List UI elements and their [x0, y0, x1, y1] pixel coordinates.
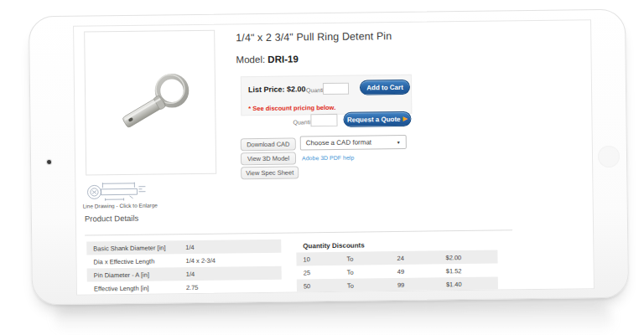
home-button[interactable] [598, 146, 620, 168]
discount-connector: To [347, 268, 397, 276]
spec-label: Dia x Effective Length [86, 257, 185, 265]
model-line: Model: DRI-19 [236, 54, 298, 64]
cad-format-selected-value: Choose a CAD format [306, 138, 371, 147]
front-camera-icon [47, 160, 51, 164]
discount-price: $1.52 [446, 266, 498, 275]
model-label: Model: [236, 54, 265, 64]
line-drawing-icon [83, 180, 148, 203]
model-number: DRI-19 [267, 54, 299, 64]
buy-box: List Price: $2.00 Quantity Add to Cart *… [241, 75, 413, 116]
request-quote-button[interactable]: Request a Quote ▶ [343, 111, 411, 127]
spec-value: 1/4 x 2-3/4 [185, 255, 281, 264]
discount-min: 25 [297, 268, 347, 276]
discount-max: 49 [397, 267, 446, 276]
tablet-reflection [55, 305, 612, 333]
discount-price: $2.00 [445, 253, 497, 261]
quote-quantity-input[interactable] [310, 114, 337, 126]
cad-format-select[interactable]: Choose a CAD format ▼ [300, 135, 407, 151]
spec-table: Basic Shank Diameter [in] 1/4 Dia x Effe… [86, 240, 282, 296]
quantity-discounts-table: Quantity Discounts 10 To 24 $2.00 25 To … [296, 237, 498, 293]
tablet-device: 1/4" x 2 3/4" Pull Ring Detent Pin Model… [29, 9, 629, 306]
view-3d-model-button[interactable]: View 3D Model [241, 152, 296, 165]
discount-pricing-note: * See discount pricing below. [248, 104, 335, 112]
spec-value: 1/4 [186, 269, 282, 277]
cart-quantity-input[interactable] [323, 83, 349, 95]
spec-value: 2.75 [186, 282, 282, 291]
product-details-heading: Product Details [85, 214, 139, 224]
spec-value: 1/4 [185, 242, 281, 250]
chevron-down-icon: ▼ [397, 139, 401, 144]
adobe-3d-pdf-help-link[interactable]: Adobe 3D PDF help [302, 155, 354, 162]
discount-price: $1.40 [446, 280, 498, 288]
discount-connector: To [346, 255, 397, 263]
view-spec-sheet-button[interactable]: View Spec Sheet [241, 166, 299, 179]
spec-label: Basic Shank Diameter [in] [86, 244, 185, 252]
discount-max: 99 [397, 281, 446, 289]
spec-label: Pin Diameter - A [in] [87, 271, 186, 279]
table-row: Effective Length [in] 2.75 [87, 280, 282, 296]
product-image [84, 30, 216, 176]
list-price: List Price: $2.00 [248, 85, 306, 94]
request-quote-label: Request a Quote [347, 115, 401, 123]
discount-connector: To [347, 281, 397, 290]
discount-max: 24 [397, 254, 445, 262]
table-row: 50 To 99 $1.40 [297, 277, 498, 293]
product-page: 1/4" x 2 3/4" Pull Ring Detent Pin Model… [74, 20, 594, 295]
divider [85, 229, 512, 235]
pull-ring-pin-photo [85, 31, 216, 175]
line-drawing-thumbnail[interactable] [83, 180, 148, 204]
line-drawing-caption: Line Drawing - Click to Enlarge [83, 202, 158, 209]
product-title: 1/4" x 2 3/4" Pull Ring Detent Pin [236, 30, 392, 44]
spec-label: Effective Length [in] [87, 284, 186, 292]
tablet-screen: 1/4" x 2 3/4" Pull Ring Detent Pin Model… [73, 19, 595, 296]
arrow-right-icon: ▶ [402, 116, 407, 122]
discount-min: 10 [296, 255, 346, 263]
download-cad-button[interactable]: Download CAD [241, 137, 296, 151]
add-to-cart-button[interactable]: Add to Cart [360, 80, 410, 95]
discount-min: 50 [297, 281, 347, 290]
screenshot-stage: 1/4" x 2 3/4" Pull Ring Detent Pin Model… [0, 0, 644, 335]
